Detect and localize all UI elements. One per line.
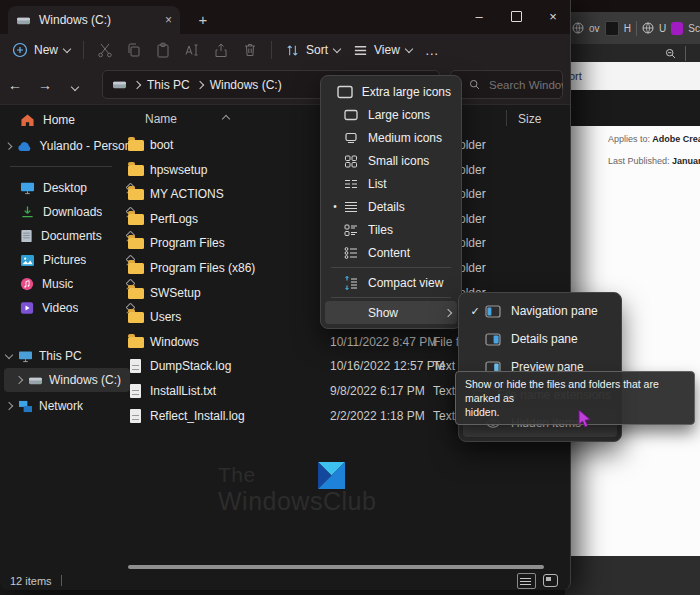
- sidebar-item-this-pc[interactable]: This PC: [0, 344, 128, 368]
- folder-icon: [128, 214, 144, 225]
- maximize-button[interactable]: [501, 4, 531, 28]
- share-button[interactable]: [213, 42, 229, 58]
- menu-item-large-icons[interactable]: Large icons: [325, 103, 457, 126]
- search-icon: [468, 78, 481, 91]
- column-header-size[interactable]: Size: [518, 112, 541, 126]
- small-icons-icon: [343, 153, 359, 169]
- view-button[interactable]: View: [353, 43, 412, 58]
- menu-item-compact-view[interactable]: Compact view: [325, 271, 457, 294]
- search-input[interactable]: [487, 78, 565, 92]
- sidebar-item-documents[interactable]: Documents: [0, 224, 142, 248]
- sidebar-item-videos[interactable]: Videos: [0, 296, 142, 320]
- tab-close-icon[interactable]: ×: [165, 13, 172, 27]
- home-icon: [20, 113, 35, 127]
- breadcrumb-windows-c[interactable]: Windows (C:): [210, 78, 282, 92]
- folder-icon: [128, 238, 144, 249]
- status-bar: 12 items: [0, 571, 570, 590]
- rename-button[interactable]: [184, 42, 200, 58]
- explorer-tab[interactable]: Windows (C:) ×: [8, 6, 180, 34]
- sidebar-item-music[interactable]: Music: [0, 272, 142, 296]
- extra-large-icons-icon: [337, 84, 353, 100]
- menu-item-show[interactable]: Show: [325, 301, 457, 324]
- watermark-text: The: [218, 463, 256, 487]
- applies-value: Adobe Creative Clo: [650, 134, 700, 144]
- chevron-down-icon: [71, 83, 79, 91]
- breadcrumb-this-pc[interactable]: This PC: [147, 78, 190, 92]
- dark-app-favicon: [605, 21, 619, 36]
- close-button[interactable]: ×: [538, 4, 568, 28]
- submenu-item-details-pane[interactable]: Details pane: [463, 325, 617, 353]
- browser-tab-title[interactable]: H: [624, 23, 631, 34]
- menu-item-medium-icons[interactable]: Medium icons: [325, 126, 457, 149]
- view-label: View: [374, 43, 400, 57]
- thumbnail-view-toggle[interactable]: [543, 574, 558, 587]
- sidebar-item-desktop[interactable]: Desktop: [0, 176, 142, 200]
- menu-item-small-icons[interactable]: Small icons: [325, 149, 457, 172]
- browser-tab-title[interactable]: U: [659, 23, 666, 34]
- details-view-toggle[interactable]: [517, 573, 536, 589]
- drive-icon: [16, 14, 31, 27]
- file-icon: [130, 359, 141, 373]
- tooltip-line-2: hidden.: [465, 405, 685, 419]
- menu-divider: [331, 267, 451, 268]
- watermark-text: WindowsClub: [218, 487, 376, 516]
- column-header-name[interactable]: Name: [145, 112, 177, 126]
- menu-item-list[interactable]: List: [325, 172, 457, 195]
- downloads-icon: [20, 205, 35, 219]
- menu-divider: [331, 297, 451, 298]
- new-button[interactable]: New: [12, 42, 70, 58]
- navigation-pane-icon: [485, 304, 501, 319]
- sidebar-item-pictures[interactable]: Pictures: [0, 248, 142, 272]
- globe-favicon: [642, 22, 654, 34]
- music-icon: [20, 277, 34, 291]
- recent-locations-button[interactable]: [60, 77, 90, 93]
- forward-button[interactable]: →: [30, 77, 60, 93]
- chevron-right-icon: [15, 376, 23, 384]
- menu-item-details[interactable]: • Details: [325, 195, 457, 218]
- copy-button[interactable]: [126, 42, 142, 58]
- details-pane-icon: [485, 332, 501, 347]
- large-icons-icon: [343, 107, 359, 123]
- column-divider[interactable]: [506, 110, 507, 126]
- delete-button[interactable]: [242, 42, 258, 58]
- details-icon: [343, 199, 359, 215]
- chevron-down-icon: [333, 44, 341, 52]
- minimize-button[interactable]: –: [464, 4, 494, 28]
- horizontal-scrollbar[interactable]: [128, 565, 544, 569]
- this-pc-icon: [18, 350, 33, 363]
- view-lines-icon: [353, 43, 368, 58]
- drive-icon: [112, 78, 127, 91]
- zoom-out-icon[interactable]: [664, 47, 677, 60]
- sidebar-item-home[interactable]: Home: [0, 108, 142, 132]
- new-label: New: [34, 43, 58, 57]
- sort-ascending-icon: [222, 115, 230, 123]
- page-banner: [565, 90, 700, 126]
- paste-button[interactable]: [155, 42, 171, 58]
- menu-item-extra-large-icons[interactable]: Extra large icons: [325, 80, 457, 103]
- browser-tab-title[interactable]: Sc: [688, 23, 700, 34]
- sort-button[interactable]: Sort: [285, 43, 340, 58]
- chevron-right-icon: [5, 142, 13, 150]
- cut-button[interactable]: [97, 42, 113, 58]
- selected-bullet: •: [329, 201, 341, 212]
- search-box[interactable]: [450, 70, 563, 99]
- address-bar: ← → ↑ This PC Windows (C:): [0, 66, 570, 104]
- browser-tabstrip[interactable]: ov H U Sc: [565, 12, 700, 44]
- chevron-down-icon: [5, 350, 13, 358]
- sidebar-divider: [10, 166, 112, 167]
- more-options-button[interactable]: …: [425, 45, 440, 55]
- new-tab-button[interactable]: +: [192, 8, 214, 30]
- sidebar-item-windows-c[interactable]: Windows (C:): [4, 368, 130, 392]
- file-icon: [130, 409, 141, 423]
- sidebar-item-onedrive[interactable]: Yulando - Personal: [0, 134, 128, 158]
- menu-item-content[interactable]: Content: [325, 241, 457, 264]
- browser-tab-title[interactable]: ov: [589, 23, 600, 34]
- sidebar-item-network[interactable]: Network: [0, 394, 128, 418]
- sidebar-item-downloads[interactable]: Downloads: [0, 200, 142, 224]
- folder-icon: [128, 165, 144, 176]
- onedrive-cloud-icon: [17, 141, 33, 152]
- menu-item-tiles[interactable]: Tiles: [325, 218, 457, 241]
- back-button[interactable]: ←: [0, 77, 30, 93]
- list-icon: [343, 176, 359, 192]
- submenu-item-navigation-pane[interactable]: ✓ Navigation pane: [463, 297, 617, 325]
